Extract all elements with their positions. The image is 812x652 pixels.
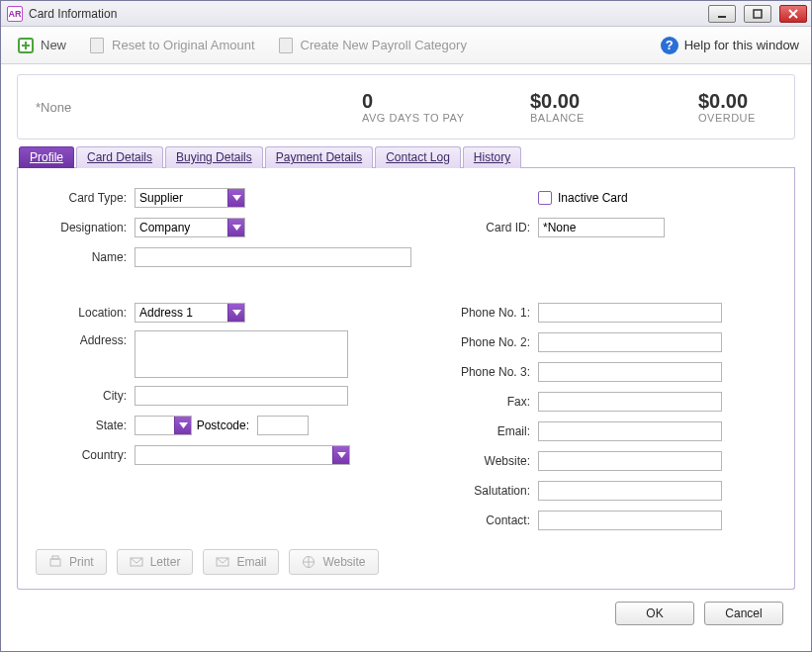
globe-icon (302, 555, 316, 569)
phone1-input[interactable] (538, 303, 722, 323)
postcode-input[interactable] (257, 416, 309, 435)
stat-overdue: $0.00 OVERDUE (698, 90, 812, 124)
chevron-down-icon[interactable] (332, 446, 349, 464)
tab-card-details[interactable]: Card Details (76, 146, 163, 168)
chevron-down-icon[interactable] (227, 189, 244, 207)
label-city: City: (36, 389, 135, 403)
label-name: Name: (36, 250, 135, 264)
label-country: Country: (36, 448, 135, 462)
email-label: Email (236, 555, 266, 569)
tab-label: Contact Log (386, 150, 450, 164)
svg-rect-1 (754, 10, 762, 18)
city-input[interactable] (135, 386, 348, 406)
window-title: Card Information (29, 7, 117, 21)
minimize-button[interactable] (708, 5, 736, 23)
summary-card: *None 0 AVG DAYS TO PAY $0.00 BALANCE $0… (17, 74, 795, 140)
label-phone2: Phone No. 2: (441, 335, 538, 349)
tab-label: Payment Details (276, 150, 362, 164)
label-phone3: Phone No. 3: (441, 365, 538, 379)
right-column: Inactive Card Card ID: Phone No. 1: (441, 186, 776, 538)
profile-panel: Card Type: Designation: (17, 168, 795, 590)
svg-rect-3 (52, 556, 58, 559)
phone3-input[interactable] (538, 362, 722, 382)
stat-balance: $0.00 BALANCE (530, 90, 698, 124)
svg-rect-2 (50, 559, 60, 566)
chevron-down-icon[interactable] (227, 304, 244, 322)
letter-button[interactable]: Letter (117, 549, 194, 575)
tab-label: Card Details (87, 150, 152, 164)
new-button[interactable]: New (13, 34, 70, 57)
label-salutation: Salutation: (441, 484, 538, 498)
tab-buying-details[interactable]: Buying Details (165, 146, 263, 168)
ok-button[interactable]: OK (615, 602, 694, 625)
website-input[interactable] (538, 451, 722, 471)
print-icon (48, 555, 62, 569)
email-icon (216, 555, 229, 569)
help-label: Help for this window (684, 38, 799, 52)
label-location: Location: (36, 306, 135, 320)
label-address: Address: (36, 330, 135, 347)
create-payroll-button: Create New Payroll Category (273, 34, 471, 57)
email-input[interactable] (538, 421, 722, 441)
maximize-icon (753, 9, 763, 19)
tab-label: Profile (30, 150, 63, 164)
cancel-button[interactable]: Cancel (704, 602, 783, 625)
email-button[interactable]: Email (203, 549, 279, 575)
card-id-input[interactable] (538, 218, 665, 237)
salutation-input[interactable] (538, 481, 722, 501)
tab-contact-log[interactable]: Contact Log (375, 146, 461, 168)
dialog-footer: OK Cancel (13, 590, 799, 639)
label-designation: Designation: (36, 221, 135, 234)
letter-label: Letter (150, 555, 181, 569)
stat-label: AVG DAYS TO PAY (362, 112, 530, 124)
tab-payment-details[interactable]: Payment Details (265, 146, 373, 168)
reset-label: Reset to Original Amount (112, 38, 255, 52)
fax-input[interactable] (538, 392, 722, 412)
label-fax: Fax: (441, 395, 538, 409)
new-label: New (41, 38, 66, 52)
payroll-icon (277, 37, 295, 54)
maximize-button[interactable] (744, 5, 771, 23)
window-card-information: AR Card Information New Reset to Origina… (0, 0, 812, 652)
name-input[interactable] (135, 247, 411, 267)
help-link[interactable]: ? Help for this window (661, 37, 799, 54)
help-icon: ? (661, 37, 678, 54)
chevron-down-icon[interactable] (227, 219, 244, 236)
phone2-input[interactable] (538, 332, 722, 352)
reset-button: Reset to Original Amount (84, 34, 259, 57)
stat-value: 0 (362, 90, 530, 112)
stat-label: OVERDUE (698, 112, 812, 124)
left-column: Card Type: Designation: (36, 186, 411, 538)
plus-icon (17, 37, 35, 54)
tabstrip: Profile Card Details Buying Details Paym… (17, 145, 795, 168)
label-card-id: Card ID: (441, 221, 538, 234)
label-contact: Contact: (441, 513, 538, 527)
stat-value: $0.00 (698, 90, 812, 112)
label-inactive: Inactive Card (558, 191, 628, 205)
label-state: State: (36, 419, 135, 432)
titlebar: AR Card Information (1, 1, 811, 27)
website-button[interactable]: Website (289, 549, 378, 575)
tab-profile[interactable]: Profile (19, 146, 74, 168)
toolbar: New Reset to Original Amount Create New … (1, 27, 811, 64)
inactive-card-checkbox[interactable]: Inactive Card (538, 191, 628, 205)
close-button[interactable] (779, 5, 807, 23)
minimize-icon (717, 9, 727, 19)
contact-input[interactable] (538, 511, 722, 530)
svg-rect-0 (718, 16, 726, 18)
label-card-type: Card Type: (36, 191, 135, 205)
tab-label: History (474, 150, 510, 164)
print-button[interactable]: Print (36, 549, 107, 575)
tab-history[interactable]: History (463, 146, 521, 168)
stat-avg-days: 0 AVG DAYS TO PAY (362, 90, 530, 124)
ok-label: OK (646, 606, 663, 620)
label-website: Website: (441, 454, 538, 468)
reset-icon (88, 37, 106, 54)
label-email: Email: (441, 424, 538, 438)
stat-label: BALANCE (530, 112, 698, 124)
chevron-down-icon[interactable] (174, 417, 191, 434)
card-name: *None (36, 100, 362, 115)
label-postcode: Postcode: (192, 419, 257, 432)
address-input[interactable] (135, 330, 348, 378)
country-select[interactable] (135, 445, 350, 465)
